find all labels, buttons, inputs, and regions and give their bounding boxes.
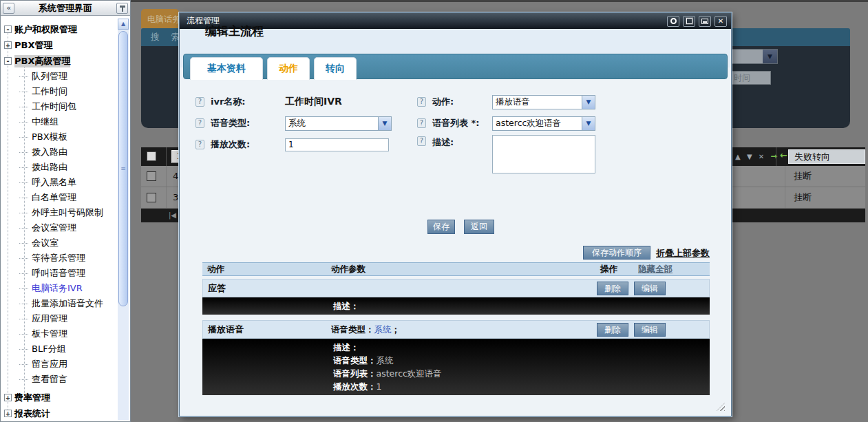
pager-first-icon[interactable]: |◀	[169, 211, 176, 219]
play-count-label: 播放次数:	[211, 138, 271, 151]
back-button[interactable]: 返回	[464, 220, 494, 234]
sidebar-item-report-statistics[interactable]: 报表统计	[14, 408, 50, 420]
sidebar-item-trunk-group[interactable]: 中继组	[32, 116, 59, 128]
resize-grip[interactable]	[717, 403, 725, 411]
sidebar-collapse-button[interactable]: «	[3, 3, 14, 14]
sidebar-item-inbound-route[interactable]: 拨入路由	[32, 146, 67, 158]
sidebar-leaf: BLF分组	[3, 341, 117, 357]
column-header-operations: 操作	[600, 263, 617, 275]
collapse-expander-icon[interactable]: -	[4, 25, 12, 33]
tab-redirect[interactable]: 转向	[314, 57, 357, 80]
sidebar: « 系统管理界面 - 账户和权限管理 + PBX管理 - PBX高级管理 队列	[0, 0, 131, 422]
move-left-icon[interactable]: ←	[780, 150, 787, 160]
tab-bar: 基本资料 动作 转向	[183, 54, 728, 79]
voice-type-select[interactable]: 系统 ▼	[285, 116, 392, 131]
sidebar-item-outbound-route[interactable]: 拨出路由	[32, 161, 67, 173]
scroll-up-icon[interactable]: ▲	[118, 19, 129, 30]
action-row-play-voice: 播放语音 语音类型：系统； 删除 编辑	[202, 320, 710, 339]
sidebar-item-batch-add-voice-files[interactable]: 批量添加语音文件	[32, 297, 103, 310]
sidebar-item-account-permission[interactable]: 账户和权限管理	[14, 23, 77, 36]
sidebar-leaf: 工作时间包	[3, 99, 117, 114]
help-icon[interactable]: ?	[195, 118, 204, 128]
tab-computer-ivr[interactable]: 电脑话务	[141, 9, 179, 28]
play-count-input[interactable]	[285, 138, 389, 151]
move-right-icon[interactable]: →	[770, 151, 779, 161]
action-select[interactable]: 播放语音 ▼	[492, 95, 595, 109]
sidebar-leaf: 查看留言	[3, 372, 117, 387]
sidebar-item-hold-music-management[interactable]: 等待音乐管理	[32, 252, 85, 264]
hide-all-link[interactable]: 隐藏全部	[638, 263, 673, 275]
chevron-down-icon: ▼	[378, 117, 391, 130]
param-value-link[interactable]: 系统	[374, 324, 392, 335]
sidebar-item-outbound-callerid-limit[interactable]: 外呼主叫号码限制	[32, 207, 103, 219]
sidebar-item-incoming-blacklist[interactable]: 呼入黑名单	[32, 176, 76, 189]
sidebar-group: + PBX管理	[3, 37, 117, 53]
close-icon[interactable]: ✕	[714, 16, 727, 27]
collapse-expander-icon[interactable]: -	[4, 57, 12, 65]
description-label: 描述:	[432, 136, 487, 149]
sidebar-item-blf-group[interactable]: BLF分组	[32, 343, 66, 355]
maximize-icon[interactable]	[683, 16, 695, 27]
sidebar-item-call-voice-management[interactable]: 呼叫语音管理	[32, 267, 85, 279]
sidebar-item-work-time-package[interactable]: 工作时间包	[32, 101, 76, 113]
sidebar-item-conference-management[interactable]: 会议室管理	[32, 222, 76, 234]
sidebar-item-queue-management[interactable]: 队列管理	[32, 70, 67, 83]
sidebar-item-pbx-advanced[interactable]: PBX高级管理	[14, 55, 70, 67]
minimize-icon[interactable]	[699, 16, 711, 27]
tab-actions[interactable]: 动作	[267, 57, 310, 80]
tab-basic-info[interactable]: 基本资料	[190, 57, 263, 80]
help-icon[interactable]: ?	[195, 97, 204, 107]
sidebar-leaf: 队列管理	[3, 69, 117, 84]
help-icon[interactable]: ?	[417, 118, 426, 128]
save-button[interactable]: 保存	[427, 220, 455, 234]
voice-list-select[interactable]: astercc欢迎语音 ▼	[492, 116, 595, 131]
pin-icon[interactable]	[116, 3, 128, 14]
collapse-upper-params-link[interactable]: 折叠上部参数	[656, 247, 710, 260]
scrollbar-thumb[interactable]: ≡	[118, 31, 128, 306]
delete-button[interactable]: 删除	[597, 323, 628, 337]
sidebar-leaf: 会议室	[3, 235, 117, 251]
select-value: astercc欢迎语音	[493, 118, 582, 129]
delete-button[interactable]: 删除	[597, 282, 628, 295]
fail-redirect-value: 挂断	[794, 166, 812, 187]
sidebar-item-conference-room[interactable]: 会议室	[32, 237, 59, 249]
column-divider	[785, 187, 785, 208]
clear-sort-icon[interactable]: ✕	[759, 153, 766, 160]
sidebar-item-work-time[interactable]: 工作时间	[32, 85, 67, 98]
expand-expander-icon[interactable]: +	[4, 41, 12, 49]
edit-button[interactable]: 编辑	[634, 323, 666, 337]
sidebar-item-computer-ivr[interactable]: 电脑话务IVR	[32, 282, 83, 295]
tree-connector	[19, 122, 28, 123]
sidebar-leaf: 中继组	[3, 114, 117, 129]
sidebar-item-view-voicemail[interactable]: 查看留言	[32, 373, 67, 386]
maximize-glyph	[686, 18, 692, 24]
sidebar-item-pbx-management[interactable]: PBX管理	[14, 39, 52, 52]
expand-expander-icon[interactable]: +	[4, 394, 12, 401]
sidebar-item-pbx-template[interactable]: PBX模板	[32, 131, 67, 143]
help-icon[interactable]: ?	[195, 140, 204, 149]
select-all-checkbox[interactable]	[147, 151, 156, 161]
row-id: 4	[173, 166, 178, 187]
sidebar-item-board-card-management[interactable]: 板卡管理	[32, 328, 67, 340]
sort-asc-icon[interactable]: ▲	[735, 153, 743, 160]
sidebar-item-voicemail-app[interactable]: 留言应用	[32, 358, 67, 370]
help-icon[interactable]: ?	[417, 136, 426, 146]
sidebar-item-rate-management[interactable]: 费率管理	[14, 392, 50, 404]
row-checkbox[interactable]	[147, 171, 156, 181]
sidebar-leaf: 等待音乐管理	[3, 251, 117, 266]
sidebar-item-whitelist-management[interactable]: 白名单管理	[32, 191, 76, 204]
description-textarea[interactable]	[492, 135, 595, 173]
param-label: 语音类型：	[331, 324, 374, 335]
edit-button[interactable]: 编辑	[634, 282, 666, 295]
restore-icon[interactable]	[667, 16, 679, 27]
row-checkbox[interactable]	[147, 193, 156, 202]
sidebar-item-application-management[interactable]: 应用管理	[32, 313, 67, 325]
fail-redirect-value: 挂断	[794, 187, 812, 208]
sidebar-scrollbar[interactable]: ▲ ≡	[118, 19, 129, 420]
fail-redirect-column-header[interactable]: 失败转向	[788, 149, 865, 164]
save-action-order-button[interactable]: 保存动作顺序	[583, 246, 650, 260]
sidebar-leaf: 拨入路由	[3, 145, 117, 160]
help-icon[interactable]: ?	[417, 97, 426, 107]
expand-expander-icon[interactable]: +	[4, 410, 12, 417]
sort-desc-icon[interactable]: ▼	[747, 153, 754, 160]
